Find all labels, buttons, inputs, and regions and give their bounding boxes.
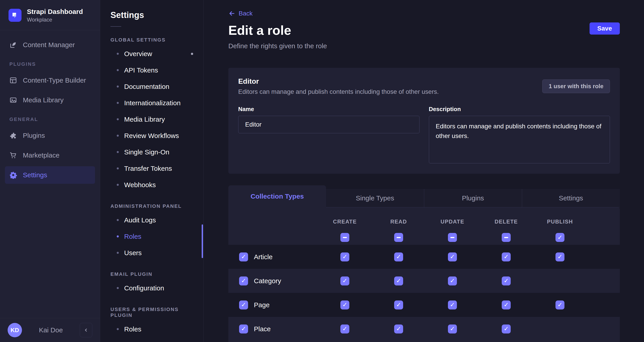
row-checkbox[interactable] xyxy=(239,324,248,333)
picture-icon xyxy=(10,96,17,104)
name-input[interactable] xyxy=(238,116,420,133)
collapse-sidebar-button[interactable] xyxy=(80,323,92,337)
title-divider xyxy=(110,26,121,27)
subnav-item-single-sign-on[interactable]: Single Sign-On xyxy=(100,144,204,160)
subnav-item-internationalization[interactable]: Internationalization xyxy=(100,95,204,111)
subnav-item-label: API Tokens xyxy=(124,66,158,74)
create-checkbox[interactable] xyxy=(340,324,349,333)
sidebar-item-marketplace[interactable]: Marketplace xyxy=(5,146,95,164)
create-checkbox[interactable] xyxy=(340,276,349,285)
create-checkbox[interactable] xyxy=(340,300,349,309)
create-checkbox[interactable] xyxy=(340,252,349,261)
subnav-item-transfer-tokens[interactable]: Transfer Tokens xyxy=(100,160,204,177)
brand-text: Strapi Dashboard Workplace xyxy=(27,8,83,23)
select-all-read-checkbox[interactable] xyxy=(394,233,403,242)
back-label: Back xyxy=(239,10,252,17)
read-checkbox[interactable] xyxy=(394,324,403,333)
delete-checkbox[interactable] xyxy=(502,276,511,285)
save-button[interactable]: Save xyxy=(590,23,620,35)
subnav-item-overview[interactable]: Overview xyxy=(100,46,204,62)
subnav-scrollbar-thumb[interactable] xyxy=(202,224,203,258)
bullet-icon xyxy=(117,328,119,330)
subnav-item-label: Internationalization xyxy=(124,99,180,107)
sidebar-item-content-manager[interactable]: Content Manager xyxy=(5,36,95,54)
table-row-article: Article xyxy=(228,245,620,269)
subnav-item-configuration[interactable]: Configuration xyxy=(100,280,204,296)
brand[interactable]: Strapi Dashboard Workplace xyxy=(0,0,100,30)
subnav-title: Settings xyxy=(100,0,204,20)
subnav-item-label: Users xyxy=(124,249,142,257)
main-content: Back Edit a role Define the rights given… xyxy=(204,0,644,342)
user-row: KD Kai Doe xyxy=(0,318,100,342)
tab-single-types[interactable]: Single Types xyxy=(326,189,424,207)
subnav-item-review-workflows[interactable]: Review Workflows xyxy=(100,127,204,144)
subnav-item-label: Single Sign-On xyxy=(124,148,170,156)
sidebar-nav-list: Content Manager PLUGINS Content-Type Bui… xyxy=(0,30,100,318)
cart-icon xyxy=(10,151,17,159)
column-update: UPDATE xyxy=(426,207,479,245)
description-textarea[interactable]: Editors can manage and publish contents … xyxy=(429,116,610,163)
avatar[interactable]: KD xyxy=(8,323,22,337)
table-row-page: Page xyxy=(228,293,620,317)
select-all-create-checkbox[interactable] xyxy=(340,233,349,242)
update-checkbox[interactable] xyxy=(448,276,457,285)
notification-dot-icon xyxy=(191,53,193,55)
update-checkbox[interactable] xyxy=(448,324,457,333)
permissions-header: CREATE READ UPDATE DELETE PUBLISH xyxy=(228,207,620,245)
sidebar-item-plugins[interactable]: Plugins xyxy=(5,127,95,144)
subnav-item-api-tokens[interactable]: API Tokens xyxy=(100,62,204,78)
chevron-left-icon xyxy=(83,327,89,333)
read-checkbox[interactable] xyxy=(394,300,403,309)
tab-collection-types[interactable]: Collection Types xyxy=(228,185,326,207)
row-checkbox[interactable] xyxy=(239,252,248,261)
select-all-delete-checkbox[interactable] xyxy=(502,233,511,242)
row-checkbox[interactable] xyxy=(239,276,248,285)
header-spacer xyxy=(228,207,318,245)
read-checkbox[interactable] xyxy=(394,276,403,285)
bullet-icon xyxy=(117,135,119,137)
pen-icon xyxy=(10,41,17,49)
subnav-item-roles[interactable]: Roles xyxy=(100,228,204,245)
subnav-item-label: Overview xyxy=(124,50,152,58)
subnav-item-up-roles[interactable]: Roles xyxy=(100,321,204,337)
brand-subtitle: Workplace xyxy=(27,17,83,23)
tab-settings[interactable]: Settings xyxy=(522,189,620,207)
user-name: Kai Doe xyxy=(26,326,75,334)
select-all-update-checkbox[interactable] xyxy=(448,233,457,242)
row-label: Category xyxy=(254,277,281,285)
settings-subnav: Settings GLOBAL SETTINGS Overview API To… xyxy=(100,0,204,342)
sidebar-item-content-type-builder[interactable]: Content-Type Builder xyxy=(5,72,95,89)
subnav-item-users[interactable]: Users xyxy=(100,245,204,261)
update-checkbox[interactable] xyxy=(448,300,457,309)
publish-checkbox[interactable] xyxy=(556,300,564,309)
subnav-item-audit-logs[interactable]: Audit Logs xyxy=(100,212,204,228)
select-all-publish-checkbox[interactable] xyxy=(556,233,564,242)
role-card-titles: Editor Editors can manage and publish co… xyxy=(238,77,439,95)
layout-grid-icon xyxy=(10,77,17,84)
update-checkbox[interactable] xyxy=(448,252,457,261)
delete-checkbox[interactable] xyxy=(502,252,511,261)
delete-checkbox[interactable] xyxy=(502,300,511,309)
publish-checkbox[interactable] xyxy=(556,252,564,261)
tab-plugins[interactable]: Plugins xyxy=(424,189,522,207)
subnav-item-documentation[interactable]: Documentation xyxy=(100,78,204,95)
column-label: READ xyxy=(390,219,407,225)
subnav-item-webhooks[interactable]: Webhooks xyxy=(100,177,204,193)
sidebar-item-settings[interactable]: Settings xyxy=(5,166,95,184)
role-title: Editor xyxy=(238,77,439,86)
subnav-item-media-library[interactable]: Media Library xyxy=(100,111,204,127)
main-sidebar: Strapi Dashboard Workplace Content Manag… xyxy=(0,0,100,342)
delete-checkbox[interactable] xyxy=(502,324,511,333)
users-with-role-badge[interactable]: 1 user with this role xyxy=(542,79,610,93)
sidebar-item-media-library[interactable]: Media Library xyxy=(5,91,95,109)
row-checkbox[interactable] xyxy=(239,300,248,309)
back-link[interactable]: Back xyxy=(228,10,252,17)
read-checkbox[interactable] xyxy=(394,252,403,261)
row-label: Page xyxy=(254,301,270,309)
permissions-panel: CREATE READ UPDATE DELETE PUBLISH xyxy=(228,207,620,342)
role-description-text: Editors can manage and publish contents … xyxy=(238,88,439,95)
bullet-icon xyxy=(117,53,119,55)
sidebar-item-label: Content-Type Builder xyxy=(23,77,86,84)
subnav-item-label: Audit Logs xyxy=(124,216,156,224)
subnav-item-label: Configuration xyxy=(124,284,164,292)
